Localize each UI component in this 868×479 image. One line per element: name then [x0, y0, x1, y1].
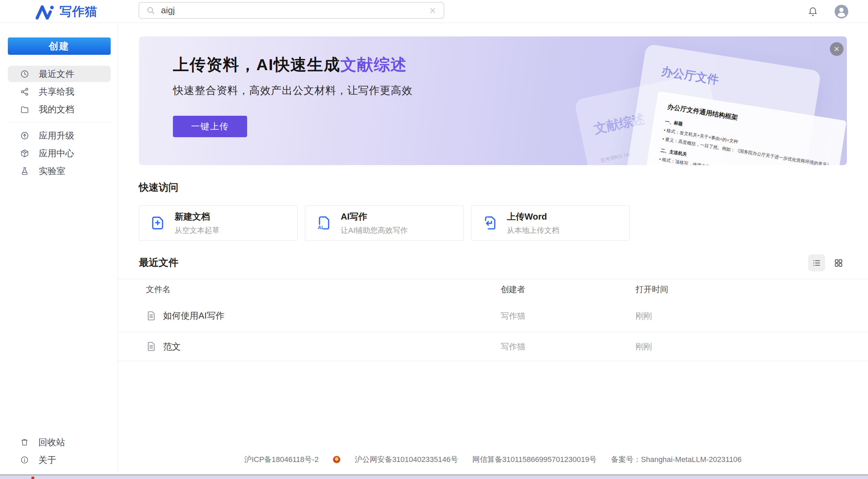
banner-title-highlight: 文献综述 [340, 55, 407, 74]
grid-view-icon [834, 258, 843, 268]
banner-title-prefix: 上传资料，AI快速生成 [173, 55, 340, 74]
upload-doc-icon [482, 215, 498, 231]
card-text: 上传Word 从本地上传文档 [507, 211, 559, 236]
close-icon [833, 46, 840, 52]
column-header-filename: 文件名 [146, 284, 501, 295]
banner-subtitle: 快速整合资料，高效产出公文材料，让写作更高效 [173, 83, 413, 98]
folder-icon [20, 105, 29, 114]
sidebar-bottom: 回收站 关于 [8, 434, 111, 469]
police-record-text: 沪公网安备31010402335146号 [355, 455, 458, 464]
card-text: AI写作 让AI辅助您高效写作 [341, 211, 408, 236]
user-avatar[interactable] [835, 5, 848, 18]
file-icon [146, 310, 157, 321]
card-title: 上传Word [507, 211, 559, 223]
promo-banner: 文献综述 思考用时0.74s 底层逻辑结构 核心本质与 办公厅文件 办公厅文件通… [139, 36, 847, 165]
algorithm-record-text: 网信算备310115866995701230019号 [472, 455, 597, 464]
card-title: 新建文档 [175, 211, 220, 223]
sidebar-item-shared-with-me[interactable]: 共享给我 [8, 83, 111, 100]
police-badge-icon [333, 456, 340, 463]
file-creator: 写作猫 [501, 341, 636, 352]
sidebar-item-recent-files[interactable]: 最近文件 [8, 66, 111, 82]
ai-doc-icon: AI [316, 215, 332, 231]
new-doc-icon [150, 215, 166, 231]
card-text: 新建文档 从空文本起草 [175, 211, 220, 236]
taskbar-edge [0, 474, 868, 479]
quick-access-cards: 新建文档 从空文本起草 AI AI写作 让AI辅助您高效写作 [139, 205, 847, 241]
share-icon [20, 87, 29, 96]
banner-close-button[interactable] [830, 42, 843, 56]
sidebar-item-label: 共享给我 [39, 86, 74, 98]
view-toggles [808, 254, 847, 271]
upload-word-card[interactable]: 上传Word 从本地上传文档 [471, 205, 630, 241]
ai-writing-card[interactable]: AI AI写作 让AI辅助您高效写作 [305, 205, 464, 241]
banner-doc-preview-front: 办公厅文件 办公厅文件通用结构框架 一、标题 • 格式：发文机关+关于+事由+的… [612, 44, 821, 165]
header-actions [807, 0, 848, 23]
table-row[interactable]: 范文 写作猫 刚刚 [118, 332, 868, 361]
search-input[interactable] [161, 5, 429, 16]
table-row[interactable]: 如何使用AI写作 写作猫 刚刚 [118, 300, 868, 332]
sidebar-item-label: 最近文件 [39, 68, 74, 80]
list-view-icon [812, 258, 821, 268]
column-header-opened: 打开时间 [636, 284, 868, 295]
file-opened-time: 刚刚 [636, 341, 868, 352]
file-creator: 写作猫 [501, 310, 636, 321]
flask-icon [20, 166, 29, 176]
logo[interactable]: 写作猫 [35, 3, 97, 20]
arrow-up-circle-icon [20, 131, 29, 140]
notifications-bell-icon[interactable] [807, 6, 818, 17]
user-avatar-icon [835, 5, 848, 18]
sidebar-item-label: 我的文档 [39, 103, 74, 115]
file-name: 范文 [163, 341, 181, 353]
sidebar-item-label: 回收站 [38, 436, 65, 448]
file-icon [146, 341, 157, 352]
sidebar-item-app-center[interactable]: 应用中心 [8, 145, 111, 161]
sidebar: 创建 最近文件 共享给我 我的文档 [0, 23, 118, 479]
sidebar-item-my-documents[interactable]: 我的文档 [8, 101, 111, 117]
sidebar-divider [8, 122, 111, 123]
logo-text: 写作猫 [60, 3, 97, 20]
column-header-creator: 创建者 [501, 284, 636, 295]
sidebar-item-lab[interactable]: 实验室 [8, 163, 111, 179]
banner-title: 上传资料，AI快速生成文献综述 [173, 54, 407, 76]
sidebar-item-label: 实验室 [39, 165, 65, 177]
grid-view-button[interactable] [830, 254, 847, 271]
svg-text:AI: AI [318, 225, 323, 230]
clock-icon [20, 69, 29, 79]
sidebar-item-about[interactable]: 关于 [8, 452, 111, 468]
trash-icon [20, 438, 29, 447]
quick-access-title: 快速访问 [139, 181, 847, 194]
app-window: 写作猫 创建 [0, 0, 868, 479]
footer: 沪ICP备18046118号-2 沪公网安备31010402335146号 网信… [118, 454, 868, 465]
icp-record-text: 沪ICP备18046118号-2 [244, 455, 319, 464]
search-icon [146, 6, 156, 15]
sidebar-item-recycle-bin[interactable]: 回收站 [8, 434, 111, 450]
file-name: 如何使用AI写作 [163, 310, 225, 322]
cube-icon [20, 149, 29, 158]
card-subtitle: 从空文本起草 [175, 225, 220, 236]
card-title: AI写作 [341, 211, 408, 223]
list-view-button[interactable] [808, 254, 825, 271]
recent-files-table: 文件名 创建者 打开时间 如何使用AI写作 写作猫 刚刚 [118, 279, 868, 361]
file-opened-time: 刚刚 [636, 310, 868, 321]
main-content: 文献综述 思考用时0.74s 底层逻辑结构 核心本质与 办公厅文件 办公厅文件通… [118, 23, 868, 479]
search-box[interactable] [139, 2, 444, 19]
logo-icon [35, 4, 55, 20]
filing-number-text: 备案号：Shanghai-MetaLLM-20231106 [611, 455, 742, 464]
top-bar: 写作猫 [0, 0, 868, 23]
sidebar-item-label: 应用升级 [39, 130, 74, 142]
create-button[interactable]: 创建 [8, 37, 111, 55]
sidebar-item-app-upgrade[interactable]: 应用升级 [8, 127, 111, 144]
recent-files-title: 最近文件 [139, 256, 178, 270]
card-subtitle: 从本地上传文档 [507, 225, 559, 236]
sidebar-item-label: 应用中心 [39, 147, 74, 159]
info-icon [20, 456, 29, 464]
card-subtitle: 让AI辅助您高效写作 [341, 225, 408, 236]
table-header-row: 文件名 创建者 打开时间 [118, 279, 868, 300]
sidebar-item-label: 关于 [38, 454, 56, 466]
sidebar-nav: 最近文件 共享给我 我的文档 应用升级 [8, 66, 111, 180]
taskbar-red-dot [31, 477, 34, 479]
clear-search-icon[interactable] [429, 6, 437, 15]
new-document-card[interactable]: 新建文档 从空文本起草 [139, 205, 298, 241]
recent-files-header: 最近文件 [139, 254, 847, 271]
one-click-upload-button[interactable]: 一键上传 [173, 116, 247, 137]
